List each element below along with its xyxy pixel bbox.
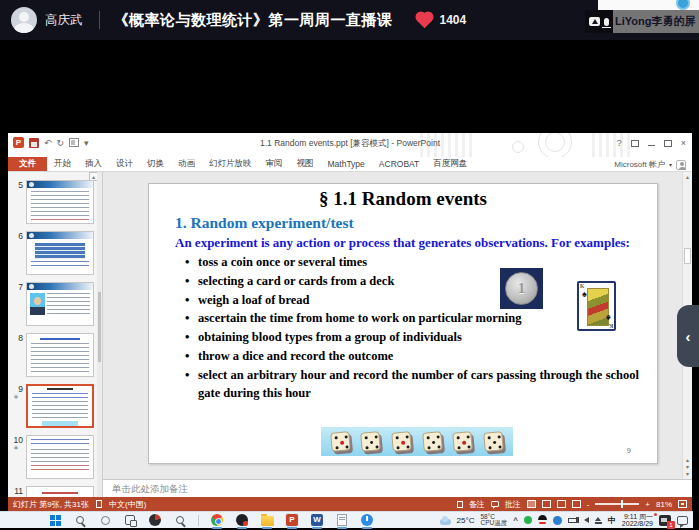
- help-button[interactable]: ?: [617, 137, 622, 149]
- search-button[interactable]: [73, 513, 87, 527]
- thumbnail-slide-10[interactable]: 10∗: [8, 435, 94, 479]
- thumbnail-slide-8[interactable]: 8: [8, 333, 94, 377]
- scroll-bottom-controls[interactable]: ▴▾▾: [683, 457, 692, 478]
- fan-app-icon[interactable]: [148, 513, 162, 527]
- minimize-button[interactable]: [648, 145, 655, 146]
- fit-to-window-button[interactable]: [678, 500, 687, 508]
- tab-baidu-netdisk[interactable]: 百度网盘: [426, 157, 474, 171]
- word-icon[interactable]: W: [310, 513, 324, 527]
- ribbon-tab-row: 文件 开始 插入 设计 切换 动画 幻灯片放映 审阅 视图 MathType A…: [8, 157, 692, 172]
- notes-icon[interactable]: [457, 501, 463, 508]
- ppt-titlebar[interactable]: P ↶ ↻ ▾ 1.1 Random events.ppt [兼容模式] - P…: [8, 133, 692, 157]
- bullet-item: •obtaining blood types from a group of i…: [185, 328, 639, 347]
- slide-page-number: 9: [627, 446, 631, 455]
- music-app-icon[interactable]: [235, 513, 249, 527]
- slide-bullet-list: •toss a coin once or several times •sele…: [185, 253, 639, 403]
- bullet-item: •select an arbitrary hour and record the…: [185, 366, 639, 404]
- close-button[interactable]: ×: [681, 137, 686, 149]
- tab-insert[interactable]: 插入: [78, 157, 109, 171]
- notes-pane[interactable]: 单击此处添加备注: [103, 479, 692, 498]
- restore-button[interactable]: [664, 140, 672, 147]
- tab-view[interactable]: 视图: [290, 157, 321, 171]
- thumbnail-scrollbar[interactable]: [97, 172, 102, 497]
- slide-title: § 1.1 Random events: [149, 188, 657, 210]
- tab-file[interactable]: 文件: [8, 157, 47, 171]
- tray-blue-icon[interactable]: [553, 516, 562, 525]
- heart-icon[interactable]: [416, 12, 432, 28]
- zoom-out-button[interactable]: -: [587, 500, 590, 509]
- powerpoint-taskbar-icon[interactable]: P: [285, 513, 299, 527]
- usb-eject-icon[interactable]: [595, 517, 602, 524]
- streamer-avatar[interactable]: [11, 7, 37, 33]
- qq-icon[interactable]: [538, 515, 547, 525]
- slide-canvas[interactable]: § 1.1 Random events 1. Random experiment…: [148, 183, 658, 464]
- tab-animations[interactable]: 动画: [171, 157, 202, 171]
- notepad-icon[interactable]: [335, 513, 349, 527]
- thumbnail-slide-6[interactable]: 6: [8, 231, 94, 275]
- notes-toggle[interactable]: 备注: [469, 499, 485, 510]
- account-avatar-icon: [676, 160, 686, 170]
- account-area[interactable]: Microsoft 帐户 ▾: [614, 157, 686, 172]
- tab-home[interactable]: 开始: [47, 157, 78, 171]
- tab-acrobat[interactable]: ACROBAT: [372, 157, 426, 171]
- cortana-button[interactable]: [98, 513, 112, 527]
- taskbar-clock[interactable]: 9:11 周一 2022/8/29: [622, 513, 653, 528]
- weather-icon[interactable]: [440, 519, 451, 525]
- ime-indicator[interactable]: 中: [608, 515, 616, 526]
- thumbnail-slide-5[interactable]: 5: [8, 180, 94, 224]
- screen-share-overlay[interactable]: LiYong李勇的屏: [585, 10, 699, 33]
- media-notification-icon[interactable]: 1: [659, 515, 671, 526]
- zoom-level[interactable]: 81%: [656, 500, 672, 509]
- action-center-icon[interactable]: [677, 516, 688, 525]
- tab-slideshow[interactable]: 幻灯片放映: [202, 157, 259, 171]
- stream-title: 《概率论与数理统计》第一周周一直播课: [114, 11, 393, 30]
- weather-temp[interactable]: 25°C: [457, 516, 475, 525]
- dice-image: [321, 427, 513, 456]
- tab-review[interactable]: 审阅: [259, 157, 290, 171]
- normal-view-button[interactable]: [527, 500, 536, 508]
- scroll-up-icon[interactable]: ▴: [683, 173, 692, 180]
- thumbnail-slide-7[interactable]: 7: [8, 282, 94, 326]
- thumbnail-slide-9-selected[interactable]: 9∗: [8, 384, 94, 428]
- comments-toggle[interactable]: 批注: [505, 499, 521, 510]
- bullet-item: •selecting a card or cards from a deck: [185, 272, 639, 291]
- tab-mathtype[interactable]: MathType: [321, 157, 372, 171]
- reading-view-button[interactable]: [557, 500, 566, 508]
- ribbon-options-button[interactable]: [631, 140, 639, 147]
- editor-column: § 1.1 Random events 1. Random experiment…: [103, 172, 692, 497]
- slideshow-view-button[interactable]: [572, 500, 581, 508]
- zoom-in-button[interactable]: +: [645, 500, 650, 509]
- card-suit-icon: ♠: [606, 313, 611, 322]
- tab-transitions[interactable]: 切换: [140, 157, 171, 171]
- thumbnail-slide-11[interactable]: 11: [8, 486, 94, 497]
- chrome-icon[interactable]: [210, 513, 224, 527]
- comments-icon[interactable]: [491, 501, 499, 507]
- start-button[interactable]: [48, 513, 62, 527]
- magnifier-tool-icon[interactable]: [173, 513, 187, 527]
- powerpoint-window: P ↶ ↻ ▾ 1.1 Random events.ppt [兼容模式] - P…: [8, 133, 692, 511]
- microphone-icon: [604, 18, 609, 26]
- die-icon: [330, 431, 351, 452]
- volume-icon[interactable]: [584, 517, 589, 523]
- file-explorer-icon[interactable]: [260, 513, 274, 527]
- tray-expand-icon[interactable]: ^: [513, 516, 518, 525]
- tray-green-icon[interactable]: [524, 516, 532, 524]
- tab-design[interactable]: 设计: [109, 157, 140, 171]
- slide-sorter-view-button[interactable]: [542, 500, 551, 508]
- ppt-statusbar: 幻灯片 第9张, 共31张 中文(中国) 备注 批注 - + 81%: [8, 497, 692, 511]
- slide-counter: 幻灯片 第9张, 共31张: [13, 499, 89, 510]
- statusbar-left: 幻灯片 第9张, 共31张 中文(中国): [13, 499, 450, 510]
- spellcheck-icon[interactable]: [96, 500, 102, 508]
- cpu-temp-widget[interactable]: 58°C CPU温度: [480, 514, 507, 527]
- coin-image: 1: [500, 268, 543, 309]
- taskbar-apps: P W: [48, 513, 374, 527]
- clock-app-icon[interactable]: [360, 513, 374, 527]
- task-view-button[interactable]: [123, 513, 137, 527]
- die-icon: [361, 431, 382, 452]
- zoom-slider[interactable]: [595, 503, 639, 505]
- ppt-content: ▴ 5 6 7 8: [8, 172, 692, 497]
- language-label[interactable]: 中文(中国): [109, 499, 146, 510]
- die-icon: [422, 431, 443, 452]
- panel-collapse-handle[interactable]: ‹: [677, 305, 699, 367]
- scrollbar-thumb[interactable]: [684, 248, 691, 264]
